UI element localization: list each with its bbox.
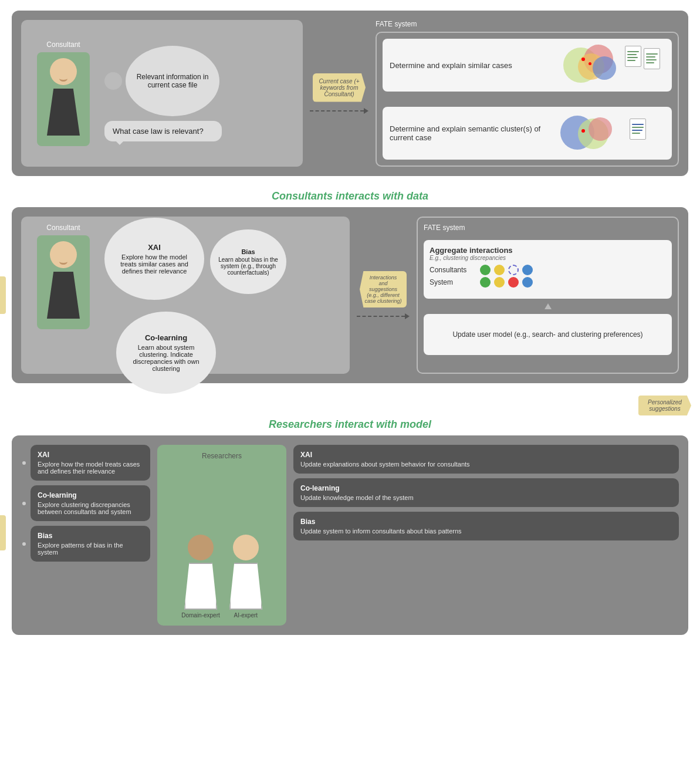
dot-green-s bbox=[480, 277, 491, 288]
ai-expert-label: AI-expert bbox=[234, 612, 258, 619]
domain-expert-label: Domain-expert bbox=[181, 612, 220, 619]
domain-expert-body bbox=[184, 563, 217, 610]
researchers-label: Researchers bbox=[202, 452, 242, 460]
bias-right-bubble: Bias Update system to inform consultants… bbox=[293, 512, 679, 540]
patterns-label: E.g., patterns in interactions, identifi… bbox=[0, 515, 6, 550]
aggregate-box: Aggregate interactions E.g., clustering … bbox=[424, 240, 672, 299]
circle-connector-xai bbox=[21, 460, 27, 466]
figure-head-s2 bbox=[50, 241, 77, 268]
dot-red-s bbox=[508, 277, 519, 288]
figure-torso bbox=[47, 89, 80, 136]
section3-header: Researchers interact with model bbox=[0, 418, 700, 431]
xai-bubble-s2: XAI Explore how the model treats similar… bbox=[104, 218, 204, 300]
bias-left-bubble: Bias Explore patterns of bias in the sys… bbox=[31, 526, 150, 562]
ai-expert-figure: AI-expert bbox=[229, 535, 262, 619]
figure-head bbox=[50, 58, 77, 85]
figure-body bbox=[37, 52, 90, 146]
colearning-left-bubble: Co-learning Explore clustering discrepan… bbox=[31, 485, 150, 521]
small-bubble bbox=[104, 72, 122, 90]
circle-connector-bias bbox=[21, 541, 27, 547]
question-bubble: What case law is relevant? bbox=[104, 121, 222, 141]
up-arrow bbox=[383, 96, 672, 102]
dashed-arrow-s2 bbox=[357, 313, 410, 319]
xai-left-bubble: XAI Explore how the model treats cases a… bbox=[31, 445, 150, 481]
dot-yellow-s bbox=[494, 277, 505, 288]
domain-expert-figure: Domain-expert bbox=[181, 535, 220, 619]
consultant-label-s2: Consultant bbox=[46, 224, 80, 232]
arrow-area: Current case (+ keywords from Consultant… bbox=[310, 20, 368, 167]
doc-visual-2 bbox=[624, 113, 665, 154]
colearning-bubble-s2: Co-learning Learn about system clusterin… bbox=[116, 312, 216, 394]
figure-body-s2 bbox=[37, 235, 90, 329]
cluster-visual-1 bbox=[560, 45, 619, 86]
info-bubble: Relevant information in current case fil… bbox=[126, 46, 219, 116]
colearning-right-bubble: Co-learning Update knowledge model of th… bbox=[293, 478, 679, 507]
cluster-visual-2 bbox=[560, 113, 619, 154]
researchers-figures: Domain-expert AI-expert bbox=[181, 471, 262, 619]
middle-arrow-s2: Interactions and suggestions (e.g., diff… bbox=[357, 217, 410, 374]
section2-header: Consultants interacts with data bbox=[0, 190, 700, 202]
consultants-row-label: Consultants bbox=[430, 266, 476, 274]
xai-left-row: XAI Explore how the model treats cases a… bbox=[21, 445, 150, 481]
section3-center: Researchers Domain-expert AI-expert bbox=[157, 445, 286, 626]
fate-card-semantic: Determine and explain semantic cluster(s… bbox=[383, 107, 672, 160]
fate-system-section1: FATE system Determine and explain simila… bbox=[376, 20, 679, 167]
section2: Consultant XAI Explore how the model tre… bbox=[12, 207, 688, 383]
section3-wrap: E.g., patterns in interactions, identifi… bbox=[12, 435, 688, 635]
bias-bubble-s2: Bias Learn about bias in the system (e.g… bbox=[210, 229, 286, 294]
fate-card-similar-text: Determine and explain similar cases bbox=[390, 61, 556, 70]
section2-left: Consultant XAI Explore how the model tre… bbox=[21, 217, 350, 374]
update-model-box: Update user model (e.g., search- and clu… bbox=[424, 314, 672, 355]
xai-right-bubble: XAI Update explanations about system beh… bbox=[293, 445, 679, 474]
circle-connector-col bbox=[21, 501, 27, 506]
section3-left-bubbles: XAI Explore how the model treats cases a… bbox=[21, 445, 150, 626]
current-case-label: Current case (+ keywords from Consultant… bbox=[313, 73, 366, 102]
aggregate-title: Aggregate interactions bbox=[430, 246, 666, 255]
consultants-row: Consultants bbox=[430, 265, 666, 275]
figure-torso-s2 bbox=[47, 272, 80, 319]
colearning-left-row: Co-learning Explore clustering discrepan… bbox=[21, 485, 150, 521]
consultant-figure: Consultant bbox=[28, 40, 99, 146]
personalized-label: Personalized suggestions bbox=[638, 396, 691, 415]
fate-inner-s1: Determine and explain similar cases bbox=[376, 32, 679, 167]
section3-right-bubbles: XAI Update explanations about system beh… bbox=[293, 445, 679, 626]
bubbles-area-s2: XAI Explore how the model treats similar… bbox=[104, 224, 343, 367]
consultant-label: Consultant bbox=[46, 40, 80, 49]
system-row: System bbox=[430, 277, 666, 288]
arrow-connector bbox=[310, 108, 368, 114]
fate-card-similar: Determine and explain similar cases bbox=[383, 39, 672, 92]
update-model-text: Update user model (e.g., search- and clu… bbox=[452, 330, 642, 339]
interaction-label: Interactions and suggestions (e.g., diff… bbox=[360, 271, 407, 307]
section1: Consultant Relevant information in curre… bbox=[12, 11, 688, 176]
speech-bubbles: Relevant information in current case fil… bbox=[104, 46, 296, 141]
fate-card-semantic-text: Determine and explain semantic cluster(s… bbox=[390, 124, 556, 142]
fate-label-s2: FATE system bbox=[424, 224, 672, 232]
section2-right: FATE system Aggregate interactions E.g.,… bbox=[417, 217, 679, 374]
section3: XAI Explore how the model treats cases a… bbox=[12, 435, 688, 635]
dot-outline-c bbox=[508, 265, 519, 275]
aggregate-subtitle: E.g., clustering discrepancies bbox=[430, 255, 666, 261]
domain-expert-head bbox=[188, 535, 214, 560]
section1-left: Consultant Relevant information in curre… bbox=[21, 20, 303, 167]
dot-blue-c bbox=[522, 265, 533, 275]
section2-wrap: Clustering of current case, and similar … bbox=[12, 207, 688, 383]
fate-label-s1: FATE system bbox=[376, 20, 679, 28]
bias-left-row: Bias Explore patterns of bias in the sys… bbox=[21, 526, 150, 562]
system-row-label: System bbox=[430, 278, 476, 286]
dot-blue-s bbox=[522, 277, 533, 288]
ai-expert-head bbox=[233, 535, 259, 560]
up-arrow-s2 bbox=[424, 303, 672, 309]
dot-yellow-c bbox=[494, 265, 505, 275]
dot-green-c bbox=[480, 265, 491, 275]
clustering-label: Clustering of current case, and similar … bbox=[0, 276, 6, 314]
ai-expert-body bbox=[229, 563, 262, 610]
consultant-figure-s2: Consultant bbox=[28, 224, 99, 367]
doc-visual-1 bbox=[624, 45, 665, 86]
